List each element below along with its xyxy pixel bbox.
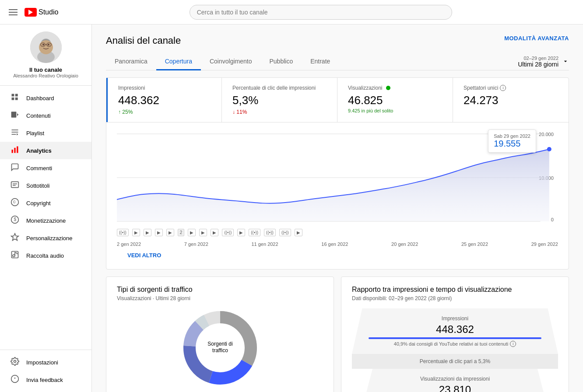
chart-icon-2: ▶ bbox=[132, 229, 140, 236]
funnel-ctr-label: Percentuale di clic pari a 5,3% bbox=[359, 358, 551, 364]
chart-tooltip: Sab 29 gen 2022 19.555 bbox=[488, 130, 536, 153]
funnel-impressioni-sublabel: 40,9% dai consigli di YouTube relativi a… bbox=[359, 341, 551, 347]
metric-ctr-value: 5,3% bbox=[232, 94, 327, 107]
sidebar-item-personalizzazione[interactable]: Personalizzazione bbox=[0, 229, 91, 247]
funnel-step-ctr: Percentuale di clic pari a 5,3% bbox=[352, 354, 558, 369]
funnel-info-icon[interactable]: i bbox=[510, 341, 516, 347]
metric-visualizzazioni-value: 46.825 bbox=[348, 94, 442, 107]
chart-icon-4: ▶ bbox=[155, 229, 163, 236]
sidebar-item-dashboard[interactable]: Dashboard bbox=[0, 89, 91, 107]
x-label-1: 7 gen 2022 bbox=[184, 242, 208, 247]
svg-rect-21 bbox=[14, 148, 15, 153]
monetizzazione-icon: $ bbox=[11, 215, 19, 226]
metric-spettatori-label: Spettatori unici i bbox=[464, 85, 558, 91]
avatar bbox=[30, 32, 62, 63]
traffic-panel-subtitle: Visualizzazioni · Ultimi 28 giorni bbox=[117, 295, 323, 301]
tab-copertura[interactable]: Copertura bbox=[156, 53, 201, 70]
sidebar-item-monetizzazione[interactable]: $ Monetizzazione bbox=[0, 212, 91, 229]
topbar: Studio bbox=[0, 0, 583, 24]
date-range-selector[interactable]: 02–29 gen 2022 Ultimi 28 giorni bbox=[518, 56, 569, 68]
metrics-cards: Impressioni 448.362 ↑ 25% Percentuale di… bbox=[106, 78, 569, 122]
chart-icon-12: ((•)) bbox=[249, 229, 260, 236]
svg-point-32 bbox=[14, 360, 16, 363]
funnel-impressioni-bar bbox=[369, 337, 541, 339]
x-label-0: 2 gen 2022 bbox=[117, 242, 141, 247]
svg-rect-13 bbox=[15, 98, 18, 100]
chart-icon-13: ((•)) bbox=[264, 229, 276, 236]
search-bar bbox=[190, 5, 452, 20]
sidebar-item-commenti[interactable]: Commenti bbox=[0, 159, 91, 177]
feedback-label: Invia feedback bbox=[26, 377, 63, 383]
funnel-step-impressioni: Impressioni 448.362 40,9% dai consigli d… bbox=[352, 308, 558, 354]
dashboard-icon bbox=[11, 93, 19, 103]
menu-button[interactable] bbox=[7, 7, 19, 17]
date-range-line1: 02–29 gen 2022 bbox=[518, 56, 558, 61]
sidebar-item-sottotitoli[interactable]: Sottotitoli bbox=[0, 177, 91, 194]
chart-icon-1: ((•)) bbox=[117, 229, 129, 236]
metric-spettatori: Spettatori unici i 24.273 bbox=[453, 78, 569, 122]
sidebar: Il tuo canale Alessandro Reativo Orologi… bbox=[0, 24, 92, 392]
funnel-panel-title: Rapporto tra impressioni e tempo di visu… bbox=[352, 286, 558, 294]
svg-rect-12 bbox=[12, 98, 14, 100]
impostazioni-label: Impostazioni bbox=[26, 359, 58, 366]
metric-ctr-label: Percentuale di clic delle impressioni bbox=[232, 85, 327, 91]
x-label-3: 16 gen 2022 bbox=[321, 242, 348, 247]
copyright-label: Copyright bbox=[26, 200, 51, 206]
info-icon[interactable]: i bbox=[500, 85, 506, 91]
traffic-panel-title: Tipi di sorgenti di traffico bbox=[117, 286, 323, 294]
topbar-left: Studio bbox=[7, 7, 58, 17]
svg-text:©: © bbox=[13, 200, 16, 204]
nav-items: Dashboard Contenuti Playlist Analytics bbox=[0, 86, 91, 350]
sidebar-item-analytics[interactable]: Analytics bbox=[0, 142, 91, 159]
page-title: Analisi del canale bbox=[106, 35, 181, 46]
tabs-row: Panoramica Copertura Coinvolgimento Pubb… bbox=[106, 53, 569, 70]
tab-coinvolgimento[interactable]: Coinvolgimento bbox=[201, 53, 261, 70]
sidebar-item-feedback[interactable]: Invia feedback bbox=[0, 371, 91, 388]
funnel-visualizzazioni-label: Visualizzazioni da impressioni bbox=[359, 376, 551, 382]
search-input[interactable] bbox=[190, 5, 452, 20]
metric-ctr-change: ↓ 11% bbox=[232, 109, 327, 115]
channel-info: Il tuo canale Alessandro Reativo Orologi… bbox=[0, 24, 91, 86]
svg-point-42 bbox=[547, 147, 551, 151]
chart-icons-row: ((•)) ▶ ▶ ▶ ▶ 2 ▶ ▶ ▶ ((•)) ▶ ((•)) ((•)… bbox=[117, 227, 558, 238]
svg-rect-20 bbox=[12, 150, 13, 153]
svg-text:traffico: traffico bbox=[212, 347, 228, 354]
sidebar-item-playlist[interactable]: Playlist bbox=[0, 124, 91, 142]
svg-point-6 bbox=[48, 44, 49, 46]
chart-icon-9: ▶ bbox=[211, 229, 218, 236]
chart-icon-3: ▶ bbox=[144, 229, 151, 236]
funnel-step-visualizzazioni: Visualizzazioni da impressioni 23.810 bbox=[352, 369, 558, 392]
sidebar-item-impostazioni[interactable]: Impostazioni bbox=[0, 354, 91, 371]
svg-rect-11 bbox=[15, 94, 18, 97]
personalizzazione-label: Personalizzazione bbox=[26, 235, 73, 242]
monetizzazione-label: Monetizzazione bbox=[26, 217, 66, 224]
channel-subname: Alessandro Reativo Orologiaio bbox=[13, 73, 78, 78]
x-label-2: 11 gen 2022 bbox=[251, 242, 278, 247]
chart-area: Sab 29 gen 2022 19.555 20.000 10.000 0 bbox=[106, 122, 569, 269]
raccolta-audio-label: Raccolta audio bbox=[26, 252, 64, 259]
date-range-text: 02–29 gen 2022 Ultimi 28 giorni bbox=[518, 56, 558, 68]
tab-panoramica[interactable]: Panoramica bbox=[106, 53, 156, 70]
advanced-mode-button[interactable]: MODALITÀ AVANZATA bbox=[504, 35, 569, 42]
sidebar-item-copyright[interactable]: © Copyright bbox=[0, 194, 91, 212]
funnel-container: Impressioni 448.362 40,9% dai consigli d… bbox=[352, 308, 558, 392]
tooltip-value: 19.555 bbox=[494, 139, 530, 149]
metric-impressioni: Impressioni 448.362 ↑ 25% bbox=[106, 78, 222, 122]
sidebar-item-raccolta-audio[interactable]: Raccolta audio bbox=[0, 247, 91, 264]
x-label-4: 20 gen 2022 bbox=[391, 242, 418, 247]
metric-visualizzazioni-label: Visualizzazioni bbox=[348, 85, 442, 91]
tabs: Panoramica Copertura Coinvolgimento Pubb… bbox=[106, 53, 339, 70]
metric-visualizzazioni-note: 9.425 in più del solito bbox=[348, 108, 442, 113]
svg-point-5 bbox=[42, 44, 44, 46]
chart-icon-11: ▶ bbox=[237, 229, 245, 236]
svg-rect-23 bbox=[11, 182, 19, 187]
analytics-icon bbox=[11, 145, 19, 156]
sidebar-item-contenuti[interactable]: Contenuti bbox=[0, 107, 91, 124]
svg-marker-19 bbox=[17, 133, 18, 136]
funnel-panel-subtitle: Dati disponibili: 02–29 gen 2022 (28 gio… bbox=[352, 295, 558, 301]
chart-icon-15: ▶ bbox=[295, 229, 302, 236]
tab-entrate[interactable]: Entrate bbox=[302, 53, 339, 70]
youtube-logo: Studio bbox=[25, 8, 58, 17]
tab-pubblico[interactable]: Pubblico bbox=[260, 53, 302, 70]
vedi-altro-link[interactable]: VEDI ALTRO bbox=[127, 252, 161, 259]
